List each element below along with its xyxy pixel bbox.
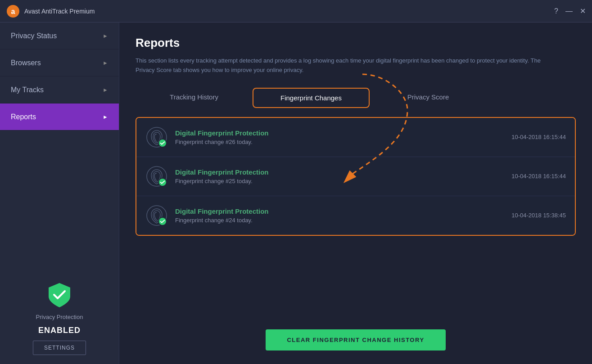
main-layout: Privacy Status ► Browsers ► My Tracks ► … [0, 22, 592, 364]
sidebar-item-privacy-status[interactable]: Privacy Status ► [0, 22, 119, 49]
record-subtitle: Fingerprint change #25 today. [175, 178, 504, 184]
tab-privacy-score[interactable]: Privacy Score [370, 88, 487, 108]
page-title: Reports [136, 36, 576, 50]
avast-logo: a [6, 4, 20, 18]
check-icon [158, 178, 167, 187]
minimize-button[interactable]: — [565, 7, 573, 15]
tab-fingerprint-changes[interactable]: Fingerprint Changes [253, 88, 370, 108]
privacy-status-value: ENABLED [38, 326, 81, 335]
privacy-label: Privacy Protection [36, 314, 83, 320]
fingerprint-icon [145, 126, 168, 148]
svg-text:a: a [11, 8, 15, 15]
record-info: Digital Fingerprint Protection Fingerpri… [175, 168, 504, 184]
record-subtitle: Fingerprint change #26 today. [175, 139, 504, 145]
content-area: Reports This section lists every trackin… [119, 22, 592, 364]
sidebar-nav: Privacy Status ► Browsers ► My Tracks ► … [0, 22, 119, 272]
settings-button[interactable]: SETTINGS [33, 341, 86, 355]
fingerprint-icon [145, 165, 168, 188]
app-title: Avast AntiTrack Premium [24, 8, 554, 15]
sidebar-item-label: Browsers [11, 59, 41, 67]
check-icon [158, 139, 167, 148]
chevron-right-icon: ► [103, 114, 108, 120]
record-time: 10-04-2018 15:38:45 [511, 212, 566, 219]
sidebar-item-label: Reports [11, 113, 36, 121]
shield-icon [46, 281, 73, 308]
record-item: Digital Fingerprint Protection Fingerpri… [136, 118, 575, 157]
fingerprint-icon [145, 204, 168, 227]
record-info: Digital Fingerprint Protection Fingerpri… [175, 207, 504, 224]
sidebar-item-my-tracks[interactable]: My Tracks ► [0, 76, 119, 103]
sidebar-item-browsers[interactable]: Browsers ► [0, 49, 119, 76]
record-info: Digital Fingerprint Protection Fingerpri… [175, 129, 504, 145]
sidebar-item-label: Privacy Status [11, 32, 57, 40]
tab-tracking-history[interactable]: Tracking History [136, 88, 253, 108]
record-item: Digital Fingerprint Protection Fingerpri… [136, 196, 575, 235]
sidebar-bottom: Privacy Protection ENABLED SETTINGS [0, 272, 119, 364]
record-subtitle: Fingerprint change #24 today. [175, 217, 504, 224]
record-title: Digital Fingerprint Protection [175, 129, 504, 137]
chevron-right-icon: ► [103, 33, 108, 39]
close-button[interactable]: ✕ [580, 7, 586, 15]
record-title: Digital Fingerprint Protection [175, 207, 504, 215]
help-button[interactable]: ? [554, 7, 558, 15]
clear-fingerprint-history-button[interactable]: CLEAR FINGERPRINT CHANGE HISTORY [266, 329, 446, 351]
clear-btn-wrap: CLEAR FINGERPRINT CHANGE HISTORY [266, 329, 446, 351]
page-description: This section lists every tracking attemp… [136, 56, 541, 75]
record-item: Digital Fingerprint Protection Fingerpri… [136, 157, 575, 196]
chevron-right-icon: ► [103, 60, 108, 66]
chevron-right-icon: ► [103, 87, 108, 93]
records-container: Digital Fingerprint Protection Fingerpri… [136, 117, 576, 236]
record-time: 10-04-2018 16:15:44 [511, 173, 566, 180]
window-controls: ? — ✕ [554, 7, 586, 15]
tabs-container: Tracking History Fingerprint Changes Pri… [136, 88, 576, 108]
check-icon [158, 217, 167, 226]
sidebar-item-label: My Tracks [11, 86, 44, 94]
sidebar: Privacy Status ► Browsers ► My Tracks ► … [0, 22, 119, 364]
title-bar: a Avast AntiTrack Premium ? — ✕ [0, 0, 592, 22]
sidebar-item-reports[interactable]: Reports ► [0, 103, 119, 130]
record-time: 10-04-2018 16:15:44 [511, 134, 566, 140]
record-title: Digital Fingerprint Protection [175, 168, 504, 176]
